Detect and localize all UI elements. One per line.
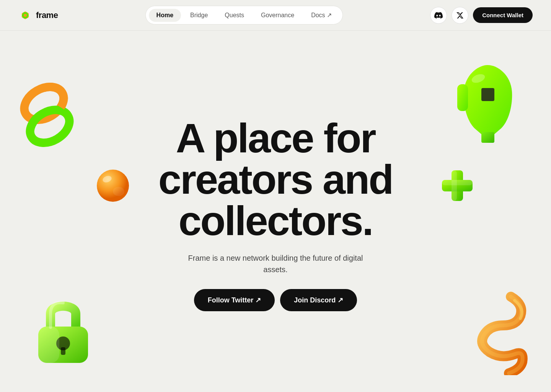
svg-rect-24 — [38, 327, 59, 363]
svg-rect-11 — [481, 132, 494, 143]
deco-chain-links-top-left — [11, 69, 82, 165]
deco-sphere-mid-left — [96, 168, 130, 203]
discord-button[interactable] — [430, 7, 447, 24]
svg-rect-20 — [442, 180, 473, 185]
svg-rect-12 — [457, 84, 468, 111]
svg-point-16 — [113, 187, 124, 196]
connect-wallet-button[interactable]: Connect Wallet — [473, 7, 533, 23]
hero-subtitle: Frame is a new network building the futu… — [180, 252, 371, 275]
deco-coil-bottom-right — [461, 291, 528, 375]
svg-rect-10 — [481, 88, 494, 101]
svg-point-6 — [24, 14, 27, 17]
logo-area: frame — [18, 8, 58, 22]
follow-twitter-button[interactable]: Follow Twitter ↗ — [194, 289, 275, 311]
deco-plus-mid-right — [440, 168, 474, 203]
hero-section: A place for creators and collectors. Fra… — [0, 31, 551, 390]
hero-buttons: Follow Twitter ↗ Join Discord ↗ — [194, 289, 357, 311]
deco-head-top-right — [455, 61, 520, 145]
svg-rect-23 — [61, 347, 65, 355]
deco-padlock-bottom-left — [31, 293, 96, 368]
frame-logo-icon — [18, 8, 32, 22]
header: frame Home Bridge Quests Governance Docs… — [0, 0, 551, 31]
twitter-button[interactable] — [452, 7, 468, 24]
svg-point-14 — [97, 170, 129, 202]
join-discord-button[interactable]: Join Discord ↗ — [280, 289, 357, 311]
brand-name: frame — [36, 10, 58, 20]
svg-point-8 — [24, 103, 75, 150]
svg-rect-19 — [452, 170, 457, 201]
nav-item-bridge[interactable]: Bridge — [183, 9, 215, 22]
twitter-x-icon — [456, 11, 464, 19]
main-nav: Home Bridge Quests Governance Docs ↗ — [145, 6, 343, 24]
hero-title: A place for creators and collectors. — [158, 118, 393, 242]
header-right: Connect Wallet — [430, 7, 533, 24]
discord-icon — [434, 11, 443, 20]
nav-item-docs[interactable]: Docs ↗ — [303, 8, 339, 22]
nav-item-quests[interactable]: Quests — [217, 9, 252, 22]
nav-item-home[interactable]: Home — [149, 9, 181, 22]
nav-item-governance[interactable]: Governance — [253, 9, 302, 22]
